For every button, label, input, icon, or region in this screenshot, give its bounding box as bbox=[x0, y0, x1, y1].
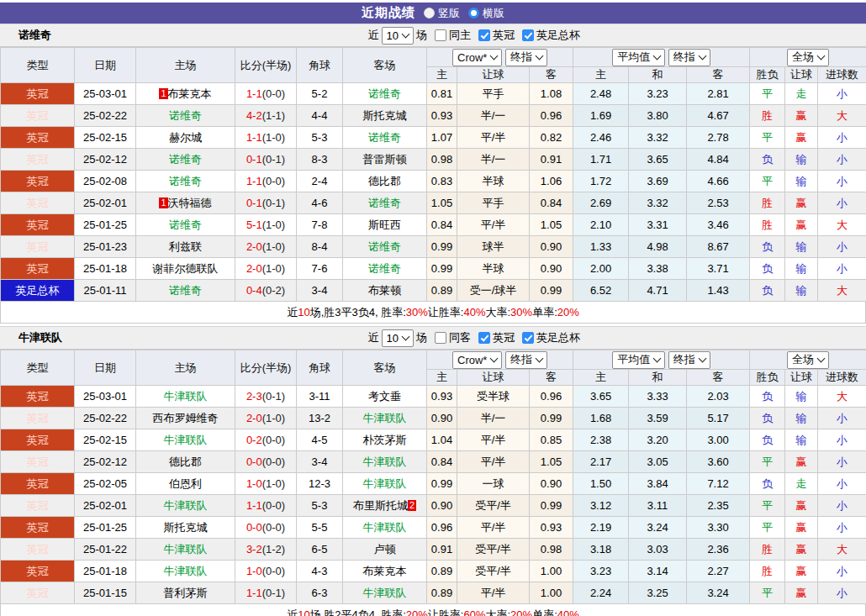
summary-text: 近 bbox=[287, 608, 298, 616]
match-type-cell: 英冠 bbox=[1, 236, 75, 258]
date-cell: 25-01-23 bbox=[75, 236, 136, 258]
avg-home-cell: 3.65 bbox=[573, 386, 629, 408]
team-name: 沃特福德 bbox=[168, 197, 212, 209]
match-type-cell: 英冠 bbox=[1, 473, 75, 495]
summary-text: 40% bbox=[463, 306, 485, 319]
away-team-cell: 布莱顿 bbox=[343, 280, 427, 302]
same-venue-checkbox[interactable] bbox=[435, 332, 446, 344]
date-cell: 25-01-25 bbox=[75, 214, 136, 236]
recent-count-value: 10 bbox=[387, 332, 399, 345]
home-team-cell: 1布莱克本 bbox=[136, 83, 235, 105]
home-team-cell: 普利茅斯 bbox=[136, 582, 235, 604]
halftime-score: (1-0) bbox=[262, 131, 285, 144]
summary-text: 20% bbox=[510, 608, 532, 616]
match-row: 英足总杯25-01-11诺维奇0-4(0-2)3-4布莱顿0.89受一/球半0.… bbox=[1, 280, 866, 302]
summary-text: 20% bbox=[557, 306, 579, 319]
odds-away-cell: 1.05 bbox=[530, 214, 573, 236]
result-cell: 负 bbox=[750, 280, 785, 302]
away-team-cell: 牛津联队 bbox=[343, 451, 427, 473]
away-team-cell: 诺维奇 bbox=[343, 236, 427, 258]
odds-away-cell: 0.90 bbox=[530, 236, 573, 258]
corner-cell: 3-4 bbox=[297, 451, 343, 473]
corner-cell: 8-3 bbox=[297, 149, 343, 171]
col-odds-away: 客 bbox=[530, 67, 573, 83]
team-name: 布莱克本 bbox=[363, 565, 407, 577]
avg-final-select[interactable]: 终指 bbox=[668, 351, 710, 369]
date-cell: 25-02-15 bbox=[75, 127, 136, 149]
result-cell: 胜 bbox=[750, 214, 785, 236]
page-title: 近期战绩 bbox=[362, 5, 415, 21]
avg-final-select[interactable]: 终指 bbox=[668, 49, 710, 66]
score-cell: 2-0(1-0) bbox=[235, 236, 297, 258]
odds-final-select[interactable]: 终指 bbox=[505, 49, 547, 66]
handicap-result-cell: 赢 bbox=[785, 192, 818, 214]
layout-vertical-radio[interactable]: 竖版 bbox=[424, 6, 460, 21]
avg-home-cell: 2.19 bbox=[573, 517, 629, 539]
match-row: 英冠25-02-05伯恩利1-0(1-0)12-3牛津联队0.99一球0.901… bbox=[1, 473, 866, 495]
avg-value: 平均值 bbox=[617, 50, 650, 65]
recent-count-select[interactable]: 10 bbox=[382, 27, 414, 45]
result-cell: 负 bbox=[750, 473, 785, 495]
match-row: 英冠25-02-22西布罗姆维奇2-0(1-0)13-2牛津联队0.90半/一0… bbox=[1, 408, 866, 429]
chevron-down-icon bbox=[536, 355, 544, 363]
team-name: 牛津联队 bbox=[164, 499, 208, 512]
odds-home-cell: 0.84 bbox=[427, 214, 457, 236]
chevron-down-icon bbox=[698, 355, 706, 363]
goals-result-cell: 小 bbox=[818, 408, 866, 429]
team-name: 牛津联队 bbox=[363, 412, 407, 424]
avg-select[interactable]: 平均值 bbox=[612, 351, 665, 369]
odds-home-cell: 0.89 bbox=[427, 582, 457, 604]
avg-draw-cell: 3.11 bbox=[629, 495, 687, 517]
avg-away-cell: 4.84 bbox=[687, 149, 750, 171]
team-bar: 诺维奇 近 10 场 同主 英冠 英足总杯 bbox=[0, 24, 866, 47]
league-filter-checkbox[interactable] bbox=[478, 332, 490, 344]
odds-company-select[interactable]: Crow* bbox=[452, 49, 502, 66]
date-cell: 25-02-12 bbox=[75, 451, 136, 473]
team-name: 德比郡 bbox=[368, 175, 401, 187]
league-filter-checkbox[interactable] bbox=[478, 29, 490, 41]
cup-filter-checkbox[interactable] bbox=[522, 29, 534, 41]
fulltime-score: 1-1 bbox=[246, 587, 262, 599]
score-cell: 3-2(1-2) bbox=[235, 539, 297, 561]
match-type-cell: 英冠 bbox=[1, 451, 75, 473]
layout-horizontal-radio[interactable]: 横版 bbox=[468, 6, 504, 21]
odds-final-select[interactable]: 终指 bbox=[505, 351, 547, 369]
avg-away-cell: 4.66 bbox=[687, 171, 750, 192]
odds-home-cell: 0.99 bbox=[427, 236, 457, 258]
recent-count-select[interactable]: 10 bbox=[382, 329, 414, 347]
result-cell: 平 bbox=[750, 127, 785, 149]
away-team-cell: 诺维奇 bbox=[343, 258, 427, 280]
chevron-down-icon bbox=[817, 355, 826, 363]
same-venue-label: 同客 bbox=[449, 330, 471, 345]
scope-select[interactable]: 全场 bbox=[787, 49, 829, 66]
date-cell: 25-02-01 bbox=[75, 192, 136, 214]
team-name: 诺维奇 bbox=[169, 109, 202, 122]
team-name: 诺维奇 bbox=[368, 131, 401, 144]
cup-filter-checkbox[interactable] bbox=[522, 332, 534, 344]
result-cell: 平 bbox=[750, 517, 785, 539]
goals-result-cell: 小 bbox=[818, 236, 866, 258]
avg-away-cell: 2.81 bbox=[687, 83, 750, 105]
avg-home-cell: 2.00 bbox=[573, 258, 629, 280]
col-date: 日期 bbox=[75, 48, 136, 83]
corner-cell: 5-3 bbox=[297, 495, 343, 517]
scope-select[interactable]: 全场 bbox=[787, 351, 829, 369]
score-cell: 0-1(0-1) bbox=[235, 192, 297, 214]
avg-draw-cell: 3.25 bbox=[629, 582, 687, 604]
summary-text: 场,胜3平3负4, 胜率: bbox=[310, 305, 406, 320]
odds-company-select[interactable]: Crow* bbox=[452, 351, 502, 369]
team-name: 斯旺西 bbox=[368, 218, 401, 231]
col-odds-home: 主 bbox=[427, 370, 457, 386]
col-avg-draw: 和 bbox=[629, 370, 687, 386]
team-name: 布莱克本 bbox=[168, 87, 212, 100]
summary-text: 大率: bbox=[485, 608, 510, 616]
team-section-away: 牛津联队 近 10 场 同客 英冠 英足总杯 类型 bbox=[0, 326, 866, 616]
handicap-result-cell: 赢 bbox=[785, 561, 818, 582]
odds-home-cell: 0.93 bbox=[427, 386, 457, 408]
same-venue-checkbox[interactable] bbox=[435, 29, 446, 41]
handicap-result-cell: 赢 bbox=[785, 105, 818, 127]
odds-away-cell: 0.98 bbox=[530, 539, 573, 561]
col-away: 客场 bbox=[343, 48, 427, 83]
avg-home-cell: 1.68 bbox=[573, 408, 629, 429]
avg-select[interactable]: 平均值 bbox=[612, 49, 665, 66]
